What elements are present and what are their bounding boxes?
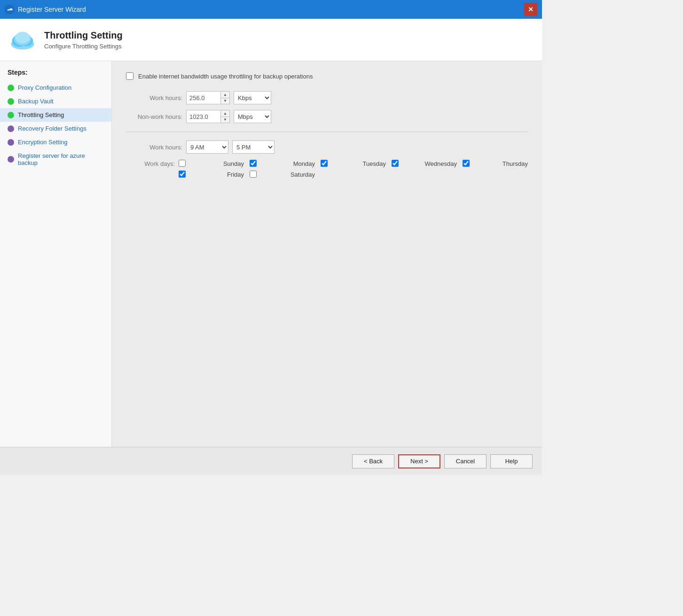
monday-checkbox[interactable] — [250, 160, 257, 167]
sunday-label[interactable]: Sunday — [188, 160, 244, 167]
title-bar-left: Register Server Wizard — [5, 5, 86, 14]
sidebar-item-recovery[interactable]: Recovery Folder Settings — [0, 122, 111, 135]
cloud-icon — [9, 28, 36, 52]
sidebar-item-recovery-label: Recovery Folder Settings — [18, 125, 86, 132]
proxy-dot — [8, 85, 14, 91]
tuesday-checkbox[interactable] — [321, 160, 328, 167]
day-monday: Monday — [250, 159, 315, 167]
work-days-label: Work days: — [126, 160, 175, 167]
content-panel: Enable internet bandwidth usage throttli… — [112, 61, 542, 447]
help-button[interactable]: Help — [490, 454, 533, 468]
day-friday: Friday — [179, 170, 244, 178]
sidebar-item-register[interactable]: Register server for azure backup — [0, 149, 111, 170]
sidebar-item-backup-vault[interactable]: Backup Vault — [0, 94, 111, 108]
work-hours-unit-select[interactable]: Kbps Mbps — [234, 91, 271, 104]
friday-checkbox[interactable] — [179, 171, 186, 178]
footer: < Back Next > Cancel Help — [0, 447, 542, 475]
title-bar-text: Register Server Wizard — [18, 6, 86, 13]
work-hours-end-select[interactable]: 12 AM1 AM2 AM3 AM 4 AM5 AM6 AM7 AM 8 AM9… — [232, 140, 275, 154]
page-subtitle: Configure Throttling Settings — [44, 43, 123, 50]
work-hours-spinbox: ▲ ▼ — [186, 91, 230, 104]
sidebar-item-proxy-label: Proxy Configuration — [18, 84, 71, 91]
back-button[interactable]: < Back — [352, 454, 394, 468]
non-work-hours-input[interactable] — [187, 110, 220, 123]
non-work-hours-unit-select[interactable]: Kbps Mbps — [234, 110, 271, 123]
sidebar: Steps: Proxy Configuration Backup Vault … — [0, 61, 112, 447]
day-wednesday: Wednesday — [392, 159, 457, 167]
header-text: Throttling Setting Configure Throttling … — [44, 30, 123, 50]
bandwidth-section: Work hours: ▲ ▼ Kbps Mbps Non-work hours… — [126, 91, 528, 178]
work-hours-input[interactable] — [187, 92, 220, 104]
header: Throttling Setting Configure Throttling … — [0, 19, 542, 61]
divider — [126, 132, 528, 132]
work-hours-start-select[interactable]: 12 AM1 AM2 AM3 AM 4 AM5 AM6 AM7 AM 8 AM9… — [186, 140, 228, 154]
days-line-2: Friday Saturday — [179, 170, 528, 178]
work-hours-time-row: Work hours: 12 AM1 AM2 AM3 AM 4 AM5 AM6 … — [126, 140, 528, 154]
monday-label[interactable]: Monday — [259, 160, 315, 167]
non-work-hours-spin-buttons: ▲ ▼ — [220, 110, 229, 123]
backup-vault-dot — [8, 98, 14, 105]
days-grid: Sunday Monday Tuesday Wednesday — [179, 159, 528, 178]
enable-throttle-row: Enable internet bandwidth usage throttli… — [126, 72, 528, 80]
register-dot — [8, 156, 14, 163]
day-sunday: Sunday — [179, 159, 244, 167]
sidebar-title: Steps: — [0, 69, 111, 81]
sidebar-item-register-label: Register server for azure backup — [18, 152, 104, 166]
recovery-dot — [8, 125, 14, 132]
work-hours-bandwidth-label: Work hours: — [126, 94, 182, 101]
encryption-dot — [8, 139, 14, 146]
app-icon — [5, 5, 14, 14]
sidebar-item-encryption[interactable]: Encryption Setting — [0, 135, 111, 149]
non-work-hours-spinbox: ▲ ▼ — [186, 110, 230, 123]
sidebar-item-throttling-label: Throttling Setting — [18, 111, 64, 118]
throttling-dot — [8, 112, 14, 118]
next-button[interactable]: Next > — [398, 454, 440, 468]
day-saturday: Saturday — [250, 170, 315, 178]
wednesday-label[interactable]: Wednesday — [400, 160, 457, 167]
thursday-label[interactable]: Thursday — [471, 160, 528, 167]
day-thursday: Thursday — [463, 159, 528, 167]
sunday-checkbox[interactable] — [179, 160, 186, 167]
work-hours-up-button[interactable]: ▲ — [221, 92, 229, 98]
close-button[interactable]: ✕ — [524, 3, 537, 16]
enable-throttle-label[interactable]: Enable internet bandwidth usage throttli… — [138, 73, 313, 80]
tuesday-label[interactable]: Tuesday — [330, 160, 386, 167]
sidebar-item-backup-vault-label: Backup Vault — [18, 98, 54, 105]
work-hours-bandwidth-row: Work hours: ▲ ▼ Kbps Mbps — [126, 91, 528, 104]
work-hours-time-label: Work hours: — [126, 144, 182, 151]
saturday-label[interactable]: Saturday — [259, 171, 315, 178]
sidebar-item-throttling[interactable]: Throttling Setting — [0, 108, 111, 122]
saturday-checkbox[interactable] — [250, 171, 257, 178]
non-work-hours-label: Non-work hours: — [126, 113, 182, 120]
day-tuesday: Tuesday — [321, 159, 386, 167]
days-line-1: Sunday Monday Tuesday Wednesday — [179, 159, 528, 167]
work-hours-down-button[interactable]: ▼ — [221, 98, 229, 104]
sidebar-item-encryption-label: Encryption Setting — [18, 139, 68, 146]
svg-point-5 — [16, 31, 30, 43]
non-work-hours-down-button[interactable]: ▼ — [221, 117, 229, 123]
main-content: Steps: Proxy Configuration Backup Vault … — [0, 61, 542, 447]
wednesday-checkbox[interactable] — [392, 160, 399, 167]
friday-label[interactable]: Friday — [188, 171, 244, 178]
thursday-checkbox[interactable] — [463, 160, 470, 167]
work-days-row: Work days: Sunday Monday Tue — [126, 159, 528, 178]
non-work-hours-row: Non-work hours: ▲ ▼ Kbps Mbps — [126, 110, 528, 123]
work-hours-spin-buttons: ▲ ▼ — [220, 92, 229, 104]
enable-throttle-checkbox[interactable] — [126, 72, 133, 80]
title-bar: Register Server Wizard ✕ — [0, 0, 542, 19]
page-title: Throttling Setting — [44, 30, 123, 41]
cancel-button[interactable]: Cancel — [444, 454, 487, 468]
non-work-hours-up-button[interactable]: ▲ — [221, 110, 229, 117]
sidebar-item-proxy[interactable]: Proxy Configuration — [0, 81, 111, 94]
